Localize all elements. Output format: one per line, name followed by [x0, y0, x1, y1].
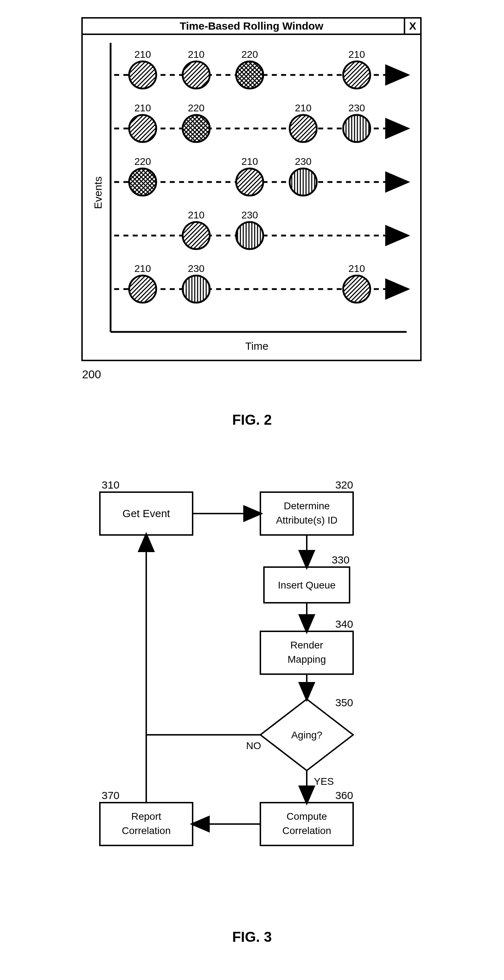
event-label: 230: [349, 102, 365, 113]
svg-text:Report: Report: [131, 811, 161, 822]
event-circle: [129, 275, 156, 303]
node-report-correlation-ref: 370: [101, 789, 119, 801]
node-compute-correlation-ref: 360: [335, 789, 353, 801]
node-insert-queue-ref: 330: [332, 554, 350, 566]
event-circle: [129, 115, 156, 142]
fig3-flowchart: Get Event 310 Determine Attribute(s) ID …: [0, 471, 504, 917]
event-circle: [343, 115, 370, 142]
fig3-caption: FIG. 3: [0, 929, 504, 945]
event-circle: [236, 222, 263, 249]
event-circle: [290, 115, 317, 142]
node-insert-queue-label: Insert Queue: [278, 579, 336, 591]
event-circle: [236, 169, 263, 196]
fig2-ref-num: 200: [82, 368, 101, 381]
event-label: 210: [135, 263, 151, 274]
event-label: 230: [241, 210, 258, 221]
edge-no-label: NO: [246, 740, 261, 751]
fig2-diagram: Time-Based Rolling Window X Events Time …: [0, 14, 504, 400]
fig2-caption: FIG. 2: [0, 412, 504, 428]
svg-rect-14: [260, 631, 353, 674]
event-label: 210: [349, 263, 365, 274]
event-circle: [182, 115, 210, 142]
x-axis-label: Time: [245, 340, 269, 352]
svg-text:Mapping: Mapping: [287, 654, 326, 665]
svg-text:Attribute(s) ID: Attribute(s) ID: [276, 515, 338, 526]
event-circle: [129, 169, 156, 196]
event-label: 230: [188, 263, 205, 274]
svg-rect-18: [260, 803, 353, 845]
node-aging-ref: 350: [335, 697, 353, 708]
svg-rect-21: [100, 803, 193, 845]
event-circle: [343, 275, 370, 303]
svg-text:Determine: Determine: [284, 500, 330, 511]
event-label: 210: [135, 102, 151, 113]
node-aging-decision: Aging? 350: [260, 697, 353, 770]
edge-yes-label: YES: [314, 776, 334, 787]
event-circle: [182, 275, 210, 303]
event-label: 210: [241, 156, 258, 167]
svg-rect-10: [260, 492, 353, 535]
event-label: 210: [295, 102, 312, 113]
event-label: 210: [188, 210, 205, 221]
node-get-event-label: Get Event: [122, 508, 170, 519]
event-label: 220: [241, 49, 258, 60]
event-circle: [182, 222, 210, 249]
event-label: 220: [135, 156, 151, 167]
event-label: 230: [295, 156, 312, 167]
event-circle: [182, 61, 210, 89]
event-circle: [236, 61, 263, 89]
svg-text:Correlation: Correlation: [282, 825, 331, 836]
node-determine-attr-ref: 320: [335, 479, 353, 491]
window-title: Time-Based Rolling Window: [180, 20, 323, 32]
svg-text:Compute: Compute: [287, 811, 327, 822]
event-label: 220: [188, 102, 205, 113]
event-label: 210: [349, 49, 365, 60]
event-circle: [343, 61, 370, 89]
node-aging-label: Aging?: [291, 729, 322, 741]
node-render-mapping-ref: 340: [335, 618, 353, 630]
event-label: 210: [135, 49, 151, 60]
svg-text:Correlation: Correlation: [122, 825, 171, 836]
close-label: X: [409, 20, 416, 32]
svg-text:Render: Render: [290, 640, 323, 651]
event-circle: [129, 61, 156, 89]
y-axis-label: Events: [92, 176, 104, 209]
node-get-event-ref: 310: [101, 479, 119, 491]
event-circle: [290, 169, 317, 196]
node-get-event: Get Event 310: [100, 479, 193, 535]
event-label: 210: [188, 49, 205, 60]
